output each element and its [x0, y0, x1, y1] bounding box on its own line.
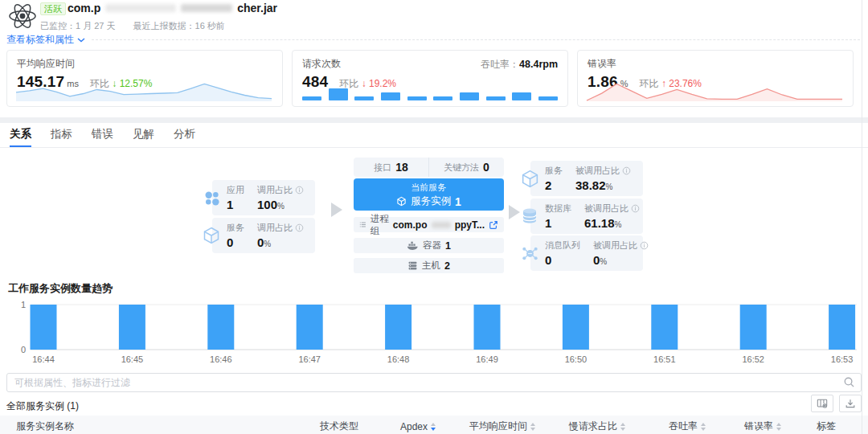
process-list-icon	[359, 219, 366, 230]
application-icon	[201, 187, 222, 208]
info-icon[interactable]	[631, 204, 640, 213]
flow-arrow-right	[509, 205, 520, 219]
current-service-label: 当前服务	[354, 182, 504, 194]
current-service-node[interactable]: 当前服务 服务实例 1	[354, 178, 504, 211]
filter-bar	[6, 373, 862, 392]
error-rate-card[interactable]: 错误率 1.86 % 环比 ↑ 23.76%	[577, 50, 854, 107]
info-icon[interactable]	[640, 241, 649, 250]
dashed-divider	[92, 39, 860, 40]
node-count: 0	[227, 235, 244, 249]
svg-text:16:46: 16:46	[210, 354, 232, 364]
ratio-label: 被调用占比	[575, 165, 631, 177]
topology-node-database[interactable]: 数据库 1 被调用占比 61.18%	[519, 199, 643, 234]
view-tags-link[interactable]: 查看标签和属性	[6, 33, 85, 47]
search-icon[interactable]	[843, 376, 855, 388]
service-name-prefix: com.p	[68, 2, 100, 14]
docker-container-icon	[407, 241, 419, 251]
info-icon[interactable]	[295, 186, 304, 194]
process-group-name-prefix: com.po	[393, 219, 428, 231]
ratio-value: 0%	[257, 235, 304, 249]
node-count: 1	[227, 198, 244, 211]
tab-metrics[interactable]: 指标	[51, 123, 72, 147]
svg-text:16:45: 16:45	[121, 354, 144, 364]
tab-errors[interactable]: 错误	[92, 123, 113, 147]
request-count-minibars	[302, 88, 558, 100]
response-time-sparkline	[15, 81, 272, 102]
node-count: 1	[545, 216, 571, 230]
flow-arrow-left	[331, 203, 342, 217]
topology-node-downstream-service[interactable]: 服务 2 被调用占比 38.82%	[519, 161, 643, 196]
panel-gap	[0, 117, 868, 123]
topology-node-message-queue[interactable]: 消息队列 0 被调用占比 0%	[519, 235, 643, 271]
sort-icon[interactable]	[776, 423, 781, 431]
container-count: 1	[445, 240, 451, 252]
svg-text:16:51: 16:51	[653, 354, 676, 364]
redacted-name-segment	[105, 4, 176, 12]
node-label: 应用	[227, 184, 244, 196]
col-error-rate[interactable]: 错误率	[744, 420, 817, 433]
sort-icon[interactable]	[701, 423, 706, 431]
instance-count: 1	[455, 195, 461, 208]
svg-text:16:47: 16:47	[298, 354, 321, 364]
host-row[interactable]: 主机 2	[354, 258, 504, 273]
request-count-card[interactable]: 请求次数 吞吐率：48.4rpm 484 环比 ↓ 19.2%	[292, 50, 568, 107]
metric-cards: 平均响应时间 145.17 ms 环比 ↓ 12.57% 请求次数 吞吐率：48…	[6, 50, 854, 107]
atom-app-icon	[6, 0, 39, 32]
download-button[interactable]	[839, 395, 862, 412]
host-label: 主机	[422, 260, 440, 272]
info-icon[interactable]	[622, 166, 631, 175]
service-cube-icon	[201, 225, 222, 246]
detail-tabs: 关系 指标 错误 见解 分析	[0, 123, 868, 148]
topology-node-application[interactable]: 应用 1 调用占比 100%	[201, 180, 315, 215]
container-row[interactable]: 容器 1	[354, 238, 504, 253]
host-count: 2	[444, 260, 450, 272]
ratio-label: 被调用占比	[584, 203, 640, 215]
column-settings-button[interactable]	[811, 395, 833, 412]
svg-text:1: 1	[21, 300, 26, 309]
card-title: 平均响应时间	[17, 57, 272, 71]
view-tags-row: 查看标签和属性	[6, 33, 860, 47]
instances-count-title: 全部服务实例 (1)	[6, 399, 79, 413]
page-edge-divider	[862, 0, 862, 434]
external-link-icon[interactable]	[489, 220, 498, 230]
node-count: 0	[545, 253, 580, 267]
tab-insights[interactable]: 见解	[133, 123, 154, 147]
service-name-title: com.p cher.jar	[68, 2, 277, 14]
instance-table-header: 服务实例名称 技术类型 Apdex 平均响应时间 慢请求占比 吞吐率 错误率 标…	[0, 416, 868, 434]
status-badge: 活跃	[40, 2, 66, 15]
col-apdex[interactable]: Apdex	[400, 421, 469, 432]
svg-text:16:53: 16:53	[831, 354, 854, 364]
service-header-panel: 活跃 com.p cher.jar 已监控：1 月 27 天 最近上报数据：16…	[0, 0, 868, 117]
filter-input[interactable]	[6, 373, 862, 392]
ratio-label: 调用占比	[257, 184, 304, 196]
sort-icon[interactable]	[530, 423, 535, 431]
node-label: 服务	[545, 165, 563, 177]
instance-label: 服务实例	[411, 194, 451, 208]
table-actions	[811, 395, 862, 412]
tab-analysis[interactable]: 分析	[174, 123, 195, 147]
ratio-value: 38.82%	[575, 178, 631, 192]
tab-relations[interactable]: 关系	[10, 123, 31, 147]
process-group-row[interactable]: 进程组 com.po ppyT...	[354, 217, 504, 232]
interface-label: 接口	[374, 162, 391, 174]
monitored-duration: 已监控：1 月 27 天	[40, 20, 116, 32]
interface-count: 18	[395, 161, 408, 174]
service-detail-panel: 关系 指标 错误 见解 分析 应用 1 调用占比 100%	[0, 123, 868, 434]
col-throughput[interactable]: 吞吐率	[669, 420, 744, 433]
column-settings-icon	[817, 398, 828, 409]
sort-icon[interactable]	[620, 423, 625, 431]
col-tech-type[interactable]: 技术类型	[320, 420, 400, 433]
info-icon[interactable]	[295, 223, 304, 232]
ratio-value: 100%	[257, 198, 304, 211]
ratio-value: 61.18%	[584, 216, 640, 230]
topology-node-upstream-service[interactable]: 服务 0 调用占比 0%	[201, 218, 315, 253]
col-instance-name[interactable]: 服务实例名称	[16, 420, 320, 433]
avg-response-time-card[interactable]: 平均响应时间 145.17 ms 环比 ↓ 12.57%	[6, 50, 283, 107]
col-avg-response-time[interactable]: 平均响应时间	[469, 420, 569, 433]
sort-icon[interactable]	[431, 423, 436, 431]
interface-keymethod-box[interactable]: 接口18 关键方法0	[354, 158, 504, 177]
instance-cube-icon	[396, 196, 407, 207]
card-title: 错误率	[588, 57, 843, 71]
svg-text:16:49: 16:49	[476, 354, 498, 364]
col-slow-request-ratio[interactable]: 慢请求占比	[569, 420, 669, 433]
